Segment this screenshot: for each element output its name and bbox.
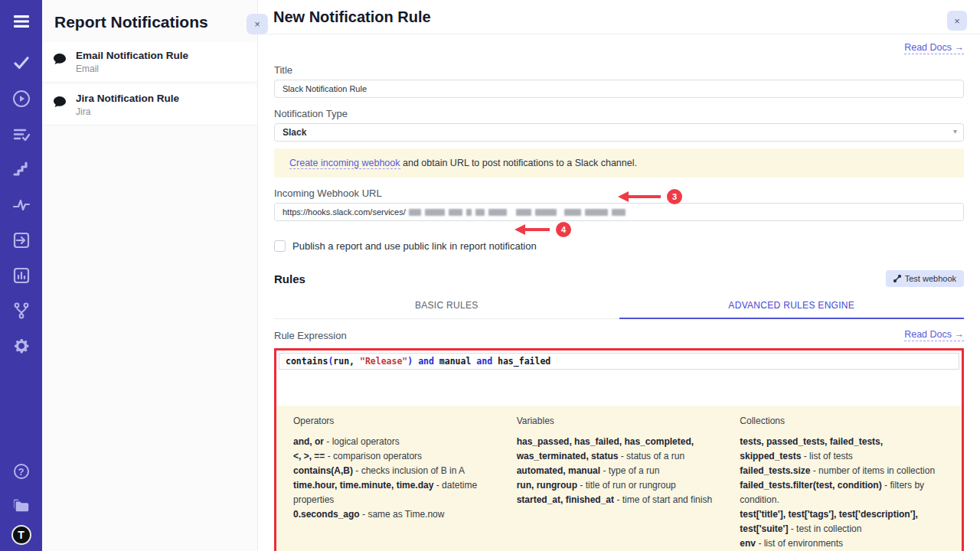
page-title: New Notification Rule [273,8,431,26]
operators-column: Operators and, or - logical operators <,… [293,416,498,551]
chevron-down-icon: ▾ [953,127,957,135]
help-entry: tests, passed_tests, failed_tests, skipp… [740,435,945,464]
new-notification-rule-panel: New Notification Rule × Read Docs → Titl… [258,0,980,551]
help-entry: test['title'], test['tags'], test['descr… [740,507,945,536]
question-mark: ? [14,464,29,479]
panel-close-button[interactable]: × [247,14,268,34]
activity-icon[interactable] [12,196,31,214]
info-text: and obtain URL to post notifications to … [400,158,637,168]
collections-column: Collections tests, passed_tests, failed_… [740,416,945,551]
user-avatar[interactable]: T [11,525,31,545]
gear-icon[interactable] [12,337,31,355]
variables-header: Variables [517,416,722,426]
check-icon[interactable] [12,54,31,72]
list-item-jira-rule[interactable]: Jira Notification Rule Jira [42,85,257,126]
code-line[interactable]: contains(run, "Release") and manual and … [279,353,959,370]
connection-icon [893,275,901,282]
read-docs-link-rules[interactable]: Read Docs → [904,329,964,341]
redacted-webhook-token [409,209,629,216]
tab-basic-rules[interactable]: BASIC RULES [274,295,619,318]
publish-report-label: Publish a report and use public link in … [292,240,537,252]
code-token: "Release" [360,356,407,367]
help-entry: has_passed, has_failed, has_completed, w… [517,435,722,464]
create-webhook-link[interactable]: Create incoming webhook [289,158,400,169]
rule-item-subtitle: Email [76,64,188,74]
operators-header: Operators [293,416,498,426]
help-entry: started_at, finished_at - time of start … [517,493,722,507]
notification-type-select[interactable]: Slack ▾ [274,123,964,142]
help-entry: contains(A,B) - checks inclusion of B in… [293,464,498,478]
bar-chart-icon[interactable] [12,266,31,285]
webhook-info-box: Create incoming webhook and obtain URL t… [274,148,964,178]
help-entry: run, rungroup - title of run or rungroup [517,478,722,493]
help-entry: time.hour, time.minute, time.day - datet… [293,478,498,507]
test-webhook-label: Test webhook [905,274,956,283]
code-token: and [418,356,434,367]
rule-item-subtitle: Jira [76,106,179,117]
rules-heading: Rules [274,272,305,285]
rule-expression-label: Rule Expression [274,330,347,341]
webhook-url-label: Incoming Webhook URL [274,187,964,199]
chat-bubble-icon [53,53,67,68]
title-label: Title [274,64,964,76]
code-token: contains [286,356,328,367]
menu-icon[interactable] [12,12,31,31]
help-entry: 0.seconds_ago - same as Time.now [293,507,498,522]
app-sidebar: ? T [0,0,42,551]
report-notifications-panel: Report Notifications × Email Notificatio… [42,0,258,551]
list-check-icon[interactable] [12,126,31,144]
code-token: run, [333,356,360,367]
rules-tabs: BASIC RULES ADVANCED RULES ENGINE [274,295,964,319]
notification-type-label: Notification Type [274,108,964,119]
main-header: New Notification Rule [258,0,980,34]
code-token: manual [434,356,476,367]
notification-type-value: Slack [283,127,306,138]
expression-help-panel: Operators and, or - logical operators <,… [276,406,962,551]
folders-icon[interactable] [12,496,31,514]
chat-bubble-icon [53,96,67,111]
form-content: Read Docs → Title Slack Notification Rul… [258,42,980,551]
panel-title: Report Notifications [42,0,257,42]
help-entry: automated, manual - type of a run [517,464,722,478]
help-entry: <, >, == - comparison operators [293,449,498,464]
help-entry: failed_tests.filter(test, condition) - f… [740,478,945,507]
rule-item-title: Jira Notification Rule [76,93,179,104]
sign-in-icon[interactable] [12,231,31,249]
collections-header: Collections [740,416,945,426]
main-close-button[interactable]: × [947,11,967,31]
list-item-email-rule[interactable]: Email Notification Rule Email [42,42,257,83]
publish-report-checkbox[interactable] [274,240,286,252]
rule-item-title: Email Notification Rule [76,50,188,61]
help-entry: failed_tests.size - number of items in c… [740,464,945,478]
read-docs-link[interactable]: Read Docs → [904,42,964,54]
stairs-icon[interactable] [12,160,31,178]
code-token: has_failed [492,356,550,367]
annotation-highlight-box: contains(run, "Release") and manual and … [274,348,964,551]
test-webhook-button[interactable]: Test webhook [886,270,964,287]
code-token: and [476,356,492,367]
tab-advanced-rules-engine[interactable]: ADVANCED RULES ENGINE [619,295,965,319]
rule-expression-editor[interactable]: contains(run, "Release") and manual and … [276,350,962,406]
variables-column: Variables has_passed, has_failed, has_co… [517,416,722,551]
git-branch-icon[interactable] [12,302,31,320]
help-icon[interactable]: ? [12,462,31,481]
webhook-url-value: https://hooks.slack.com/services/ [283,207,406,217]
help-entry: and, or - logical operators [293,435,498,449]
play-circle-icon[interactable] [12,90,31,108]
webhook-url-input[interactable]: https://hooks.slack.com/services/ [274,203,964,221]
help-entry: env - list of environments [740,536,945,551]
title-input[interactable]: Slack Notification Rule [274,80,964,98]
